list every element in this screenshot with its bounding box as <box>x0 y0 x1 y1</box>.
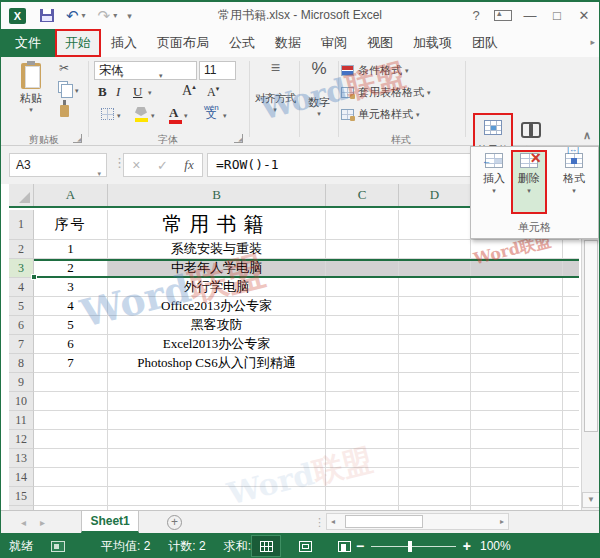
cell-B6[interactable]: 黑客攻防 <box>108 316 326 335</box>
alignment-dropdown-icon[interactable]: ▾ <box>252 106 298 114</box>
select-all-corner[interactable] <box>9 184 34 206</box>
tab-4[interactable]: 数据 <box>265 29 311 57</box>
clipboard-dialog-launcher-icon[interactable] <box>73 134 82 143</box>
cell-C1[interactable] <box>326 210 399 240</box>
underline-button[interactable]: U <box>133 84 142 100</box>
conditional-format-button[interactable]: 条件格式▾ <box>341 61 409 80</box>
cell-E8[interactable] <box>471 354 563 373</box>
copy-button[interactable] <box>58 81 68 93</box>
name-box-dropdown-icon[interactable]: ▾ <box>97 163 101 185</box>
row-header-13[interactable]: 13 <box>9 449 34 468</box>
cell-E13[interactable] <box>471 449 563 468</box>
row-header-6[interactable]: 6 <box>9 316 34 335</box>
cell-A7[interactable]: 6 <box>34 335 108 354</box>
cell-E12[interactable] <box>471 430 563 449</box>
cell-styles-button[interactable]: 单元格样式▾ <box>341 105 420 124</box>
sheet-nav-right-icon[interactable]: ▸ <box>40 517 59 528</box>
zoom-slider[interactable] <box>371 546 456 547</box>
row-header-8[interactable]: 8 <box>9 354 34 373</box>
normal-view-button[interactable] <box>251 535 281 557</box>
cell-E2[interactable] <box>471 240 563 259</box>
cell-A14[interactable] <box>34 468 108 487</box>
cell-E6[interactable] <box>471 316 563 335</box>
zoom-in-icon[interactable]: + <box>463 538 471 554</box>
column-header-D[interactable]: D <box>399 184 471 206</box>
phonetic-dropdown-icon[interactable]: ▾ <box>223 112 227 120</box>
cell-B3[interactable]: 中老年人学电脑 <box>108 259 326 278</box>
cell-C9[interactable] <box>326 373 399 392</box>
cell-F4[interactable] <box>563 278 579 297</box>
page-layout-view-button[interactable] <box>290 535 320 557</box>
cell-D10[interactable] <box>399 392 471 411</box>
cell-F2[interactable] <box>563 240 579 259</box>
name-box[interactable]: A3▾ <box>9 153 107 177</box>
cell-A12[interactable] <box>34 430 108 449</box>
row-header-2[interactable]: 2 <box>9 240 34 259</box>
tab-5[interactable]: 审阅 <box>311 29 357 57</box>
cell-D11[interactable] <box>399 411 471 430</box>
cell-A3[interactable]: 2 <box>34 259 108 278</box>
tab-7[interactable]: 加载项 <box>403 29 462 57</box>
number-dropdown-icon[interactable]: ▾ <box>301 110 337 118</box>
page-break-view-button[interactable] <box>329 535 359 557</box>
scroll-down-icon[interactable]: ▼ <box>582 492 600 508</box>
row-header-11[interactable]: 11 <box>9 411 34 430</box>
fill-color-dropdown-icon[interactable]: ▾ <box>151 112 155 120</box>
cell-F15[interactable] <box>563 487 579 506</box>
new-sheet-icon[interactable]: + <box>167 515 182 530</box>
cell-C14[interactable] <box>326 468 399 487</box>
column-header-A[interactable]: A <box>34 184 108 206</box>
cell-B13[interactable] <box>108 449 326 468</box>
cell-D5[interactable] <box>399 297 471 316</box>
shrink-font-button[interactable]: A▾ <box>207 85 219 100</box>
row-header-15[interactable]: 15 <box>9 487 34 506</box>
cell-A2[interactable]: 1 <box>34 240 108 259</box>
cell-D9[interactable] <box>399 373 471 392</box>
horizontal-scrollbar-thumb[interactable] <box>345 515 423 528</box>
row-header-5[interactable]: 5 <box>9 297 34 316</box>
borders-button[interactable] <box>101 108 114 120</box>
help-icon[interactable]: ? <box>467 8 485 23</box>
cell-A4[interactable]: 3 <box>34 278 108 297</box>
font-size-dropdown-icon[interactable]: ▾ <box>159 67 233 84</box>
cell-D12[interactable] <box>399 430 471 449</box>
delete-dropdown-icon[interactable]: ▾ <box>512 187 546 195</box>
cell-F12[interactable] <box>563 430 579 449</box>
cell-B7[interactable]: Excel2013办公专家 <box>108 335 326 354</box>
format-as-table-button[interactable]: 套用表格格式▾ <box>341 83 431 102</box>
cell-C3[interactable] <box>326 259 399 278</box>
fill-handle[interactable] <box>31 274 37 280</box>
paste-button[interactable]: 粘贴 ▾ <box>9 59 53 131</box>
cell-D4[interactable] <box>399 278 471 297</box>
cell-F6[interactable] <box>563 316 579 335</box>
bold-button[interactable]: B <box>98 84 107 100</box>
macro-record-icon[interactable] <box>51 541 65 552</box>
vertical-scrollbar[interactable]: ▼ <box>581 208 600 510</box>
cell-D14[interactable] <box>399 468 471 487</box>
cell-C15[interactable] <box>326 487 399 506</box>
cell-B2[interactable]: 系统安装与重装 <box>108 240 326 259</box>
cell-F11[interactable] <box>563 411 579 430</box>
cell-A10[interactable] <box>34 392 108 411</box>
cell-D15[interactable] <box>399 487 471 506</box>
column-header-B[interactable]: B <box>108 184 326 206</box>
tab-2[interactable]: 页面布局 <box>147 29 219 57</box>
cell-C10[interactable] <box>326 392 399 411</box>
cell-B5[interactable]: Office2013办公专家 <box>108 297 326 316</box>
row-header-12[interactable]: 12 <box>9 430 34 449</box>
cell-E9[interactable] <box>471 373 563 392</box>
format-cells-button[interactable]: 格式 ▾ <box>559 151 589 195</box>
insert-function-icon[interactable]: fx <box>184 157 193 173</box>
cut-button[interactable]: ✂ <box>59 61 69 75</box>
cell-C13[interactable] <box>326 449 399 468</box>
tab-splitter-dots[interactable]: ⋮ <box>314 516 325 529</box>
cell-E5[interactable] <box>471 297 563 316</box>
row-header-4[interactable]: 4 <box>9 278 34 297</box>
cell-A15[interactable] <box>34 487 108 506</box>
tab-0[interactable]: 开始 <box>55 29 101 57</box>
tab-1[interactable]: 插入 <box>101 29 147 57</box>
insert-cells-button[interactable]: 插入 ▾ <box>479 151 509 195</box>
copy-dropdown-icon[interactable]: ▾ <box>75 87 79 95</box>
cell-C8[interactable] <box>326 354 399 373</box>
row-header-1[interactable]: 1 <box>9 210 34 240</box>
